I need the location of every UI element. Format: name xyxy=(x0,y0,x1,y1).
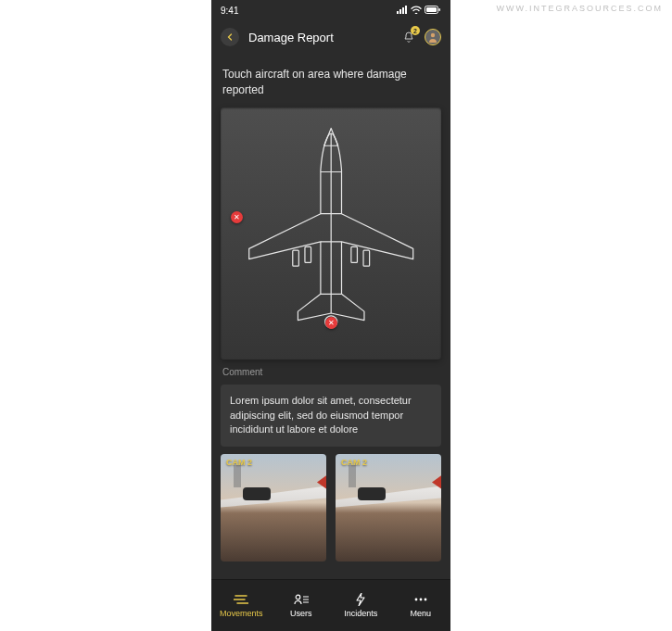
status-bar: 9:41 xyxy=(211,0,450,19)
status-icons xyxy=(397,6,441,16)
airplane-icon xyxy=(243,120,419,347)
svg-point-7 xyxy=(431,33,435,37)
nav-label: Menu xyxy=(410,609,431,618)
nav-users[interactable]: Users xyxy=(272,580,332,631)
svg-point-15 xyxy=(419,599,422,601)
comment-label: Comment xyxy=(221,367,441,377)
cam-label: CAM 2 xyxy=(226,458,252,467)
nav-label: Incidents xyxy=(344,609,377,618)
battery-icon xyxy=(425,6,441,16)
damage-marker-tail[interactable]: ✕ xyxy=(325,317,337,329)
thumbnail-row: CAM 2 CAM 2 xyxy=(221,454,441,562)
svg-rect-11 xyxy=(363,250,370,266)
content-area: Touch aircraft on area where damage repo… xyxy=(211,56,450,579)
bottom-nav: Movements Users Incidents Menu xyxy=(211,579,450,631)
svg-point-14 xyxy=(414,599,417,601)
status-time: 9:41 xyxy=(221,6,238,16)
instruction-text: Touch aircraft on area where damage repo… xyxy=(221,61,441,100)
svg-rect-0 xyxy=(397,11,399,14)
movements-icon xyxy=(234,593,248,606)
nav-movements[interactable]: Movements xyxy=(211,580,272,631)
user-icon xyxy=(427,32,438,43)
back-button[interactable] xyxy=(221,28,239,46)
svg-point-16 xyxy=(424,599,426,601)
phone-frame: 9:41 Damage Report 2 xyxy=(211,0,450,631)
notifications-button[interactable]: 2 xyxy=(400,29,417,45)
thumbnail-cam[interactable]: CAM 2 xyxy=(336,454,441,562)
menu-icon xyxy=(413,593,428,606)
watermark: WWW.INTEGRASOURCES.COM xyxy=(497,4,664,13)
nav-label: Movements xyxy=(220,609,263,618)
nav-menu[interactable]: Menu xyxy=(391,580,451,631)
svg-rect-2 xyxy=(402,7,404,14)
incidents-icon xyxy=(353,593,368,606)
wifi-icon xyxy=(411,6,422,16)
users-icon xyxy=(294,593,309,606)
svg-rect-1 xyxy=(399,9,401,14)
svg-rect-10 xyxy=(351,247,358,263)
avatar[interactable] xyxy=(425,29,441,45)
cam-label: CAM 2 xyxy=(341,458,367,467)
chevron-left-icon xyxy=(226,33,234,41)
svg-rect-9 xyxy=(305,247,311,263)
svg-point-13 xyxy=(296,595,300,599)
page-title: Damage Report xyxy=(248,31,391,44)
aircraft-diagram[interactable]: ✕ ✕ xyxy=(221,107,441,360)
nav-label: Users xyxy=(290,609,312,618)
svg-rect-5 xyxy=(426,7,437,12)
notification-badge: 2 xyxy=(411,26,420,35)
thumbnail-cam[interactable]: CAM 2 xyxy=(221,454,326,562)
topbar: Damage Report 2 xyxy=(211,19,450,56)
comment-box[interactable]: Lorem ipsum dolor sit amet, consectetur … xyxy=(221,385,441,448)
nav-incidents[interactable]: Incidents xyxy=(331,580,391,631)
svg-rect-8 xyxy=(293,250,299,266)
svg-rect-6 xyxy=(439,8,441,11)
svg-rect-3 xyxy=(405,6,407,14)
damage-marker-wing[interactable]: ✕ xyxy=(231,211,243,223)
signal-icon xyxy=(397,6,408,16)
